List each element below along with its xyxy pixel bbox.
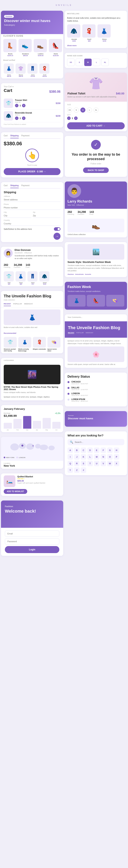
- list-item[interactable]: 🧣 Scarf $34.00: [39, 63, 50, 77]
- alpha-letter[interactable]: P: [114, 454, 119, 460]
- alpha-letter[interactable]: O: [107, 454, 113, 460]
- alpha-letter[interactable]: V: [101, 461, 106, 466]
- list-item[interactable]: 👚 Blouse $56.00: [15, 63, 26, 77]
- list-item[interactable]: 👖 Jeans $74.00: [27, 63, 38, 77]
- summer-badge[interactable]: Summer: [4, 15, 14, 18]
- list-item[interactable]: 🧣Scarf$89: [82, 24, 96, 42]
- tag[interactable]: #unveile: [85, 273, 91, 275]
- alpha-letter[interactable]: Z: [74, 467, 79, 473]
- alpha-letter[interactable]: X: [114, 461, 119, 466]
- next-button[interactable]: →: [54, 233, 61, 240]
- size-m[interactable]: M: [81, 107, 86, 113]
- order-confirmed-screen: ✓ You order is on the way to be processe…: [65, 136, 127, 177]
- list-item[interactable]: 👞 Loafers $150.00: [34, 39, 47, 57]
- city-field[interactable]: [4, 214, 31, 218]
- tab-payment[interactable]: Payment: [22, 134, 30, 138]
- size-option[interactable]: M: [84, 59, 92, 66]
- password-field[interactable]: [5, 538, 59, 545]
- alpha-letter[interactable]: H: [114, 447, 119, 453]
- tab-payment[interactable]: Payment: [22, 184, 30, 188]
- list-item[interactable]: 👗Dress$150: [97, 24, 111, 42]
- add-wishlist-button[interactable]: ADD TO WISHLIST: [4, 489, 27, 494]
- phone-field[interactable]: [4, 206, 61, 210]
- show-more[interactable]: Show more: [65, 44, 127, 48]
- alpha-letter[interactable]: T: [87, 461, 93, 466]
- tab-weekday[interactable]: WEEKDAY: [86, 332, 93, 334]
- alpha-letter[interactable]: G: [107, 447, 113, 453]
- qty-decrease-button[interactable]: −: [15, 117, 19, 120]
- size-xs[interactable]: XS: [67, 107, 72, 113]
- alpha-letter[interactable]: D: [87, 447, 93, 453]
- list-item[interactable]: 👕 Shannon pocket shirt family: [4, 337, 17, 352]
- alpha-letter[interactable]: N: [101, 454, 106, 460]
- list-item[interactable]: 👟 Sneakers $89.00: [19, 39, 32, 57]
- list-item[interactable]: 🧥Jacket$120: [39, 271, 50, 285]
- place-order-button[interactable]: PLACE ORDER · $ 380 →: [4, 168, 61, 175]
- list-item[interactable]: 👗 Dress $89.00: [4, 63, 14, 77]
- rec-name: Eliqam commodo: [33, 348, 46, 350]
- tab-cart[interactable]: Cart: [4, 134, 8, 138]
- size-option[interactable]: XS: [67, 59, 74, 66]
- qty-increase-button[interactable]: +: [74, 117, 77, 120]
- country-field[interactable]: [4, 222, 61, 226]
- qty-decrease-button[interactable]: −: [67, 117, 71, 120]
- zip-field[interactable]: [33, 214, 61, 218]
- qty-decrease-button[interactable]: −: [15, 104, 19, 107]
- tag[interactable]: #fashion: [67, 273, 74, 275]
- alpha-letter[interactable]: A: [67, 447, 73, 453]
- login-button[interactable]: Login: [5, 546, 59, 553]
- list-item[interactable]: 👠 Heels $120.00: [49, 39, 63, 57]
- alpha-letter[interactable]: #: [81, 467, 86, 473]
- size-option[interactable]: S: [76, 59, 83, 66]
- size-xl[interactable]: XL: [94, 107, 99, 113]
- list-item[interactable]: 👢 Boots $109.15: [3, 39, 17, 57]
- address-field[interactable]: [4, 198, 61, 202]
- size-option[interactable]: L: [93, 59, 100, 66]
- tab-cart[interactable]: Cart: [4, 184, 8, 188]
- alpha-letter[interactable]: E: [94, 447, 99, 453]
- alpha-letter[interactable]: C: [81, 447, 86, 453]
- alpha-letter[interactable]: U: [94, 461, 99, 466]
- size-l[interactable]: L: [87, 107, 92, 113]
- alpha-letter[interactable]: L: [87, 454, 93, 460]
- list-item[interactable]: 👒 Ipsum lorem dolor: [47, 337, 61, 352]
- size-s[interactable]: S: [74, 107, 79, 113]
- tab-shipping[interactable]: Shipping: [10, 134, 19, 138]
- back-to-shop-button[interactable]: BACK TO SHOP: [83, 167, 109, 173]
- alpha-letter[interactable]: S: [81, 461, 86, 466]
- product-image: 👠: [49, 39, 62, 52]
- list-item[interactable]: 👕Shirt$45: [4, 271, 14, 285]
- alpha-letter[interactable]: K: [81, 454, 86, 460]
- tab-popular[interactable]: POPULAR: [13, 303, 22, 306]
- list-item[interactable]: 👗 Media actually Balenciaga: [18, 337, 31, 352]
- list-item[interactable]: 🧥Anorak$390: [67, 24, 81, 42]
- search-input[interactable]: [75, 441, 122, 443]
- list-item[interactable]: 👖Jeans$74: [27, 271, 38, 285]
- tag[interactable]: #stockholm: [75, 273, 84, 275]
- tab-popular[interactable]: POPULAR: [76, 332, 84, 334]
- save-address-toggle[interactable]: [54, 227, 61, 231]
- alpha-letter[interactable]: R: [74, 461, 79, 466]
- list-item[interactable]: 🧣 Eliqam commodo: [33, 337, 46, 352]
- alpha-letter[interactable]: B: [74, 447, 79, 453]
- alpha-letter[interactable]: J: [74, 454, 79, 460]
- qty-increase-button[interactable]: +: [22, 117, 26, 120]
- tab-weekday[interactable]: WEEKDAY: [24, 303, 33, 306]
- qty-increase-button[interactable]: +: [22, 104, 26, 107]
- add-to-cart-button[interactable]: ADD TO CART →: [67, 122, 125, 129]
- fingerprint-icon[interactable]: 👆: [25, 149, 39, 162]
- delivery-item: LONDON 2019-03-04 · 09:00 PDT: [67, 393, 124, 396]
- alpha-letter[interactable]: Y: [67, 467, 73, 473]
- tab-recent[interactable]: RECENT: [4, 303, 11, 306]
- tab-shipping[interactable]: Shipping: [10, 184, 19, 188]
- list-item[interactable]: 👗Dress$89: [15, 271, 26, 285]
- alpha-letter[interactable]: F: [101, 447, 106, 453]
- alpha-letter[interactable]: M: [94, 454, 99, 460]
- tab-recent[interactable]: RECENT: [68, 332, 74, 334]
- size-option[interactable]: XL: [101, 59, 109, 66]
- blog-tabs: RECENT POPULAR WEEKDAY: [1, 302, 63, 308]
- email-field[interactable]: [5, 530, 59, 537]
- alpha-letter[interactable]: Q: [67, 461, 73, 466]
- alpha-letter[interactable]: W: [107, 461, 113, 466]
- alpha-letter[interactable]: I: [67, 454, 73, 460]
